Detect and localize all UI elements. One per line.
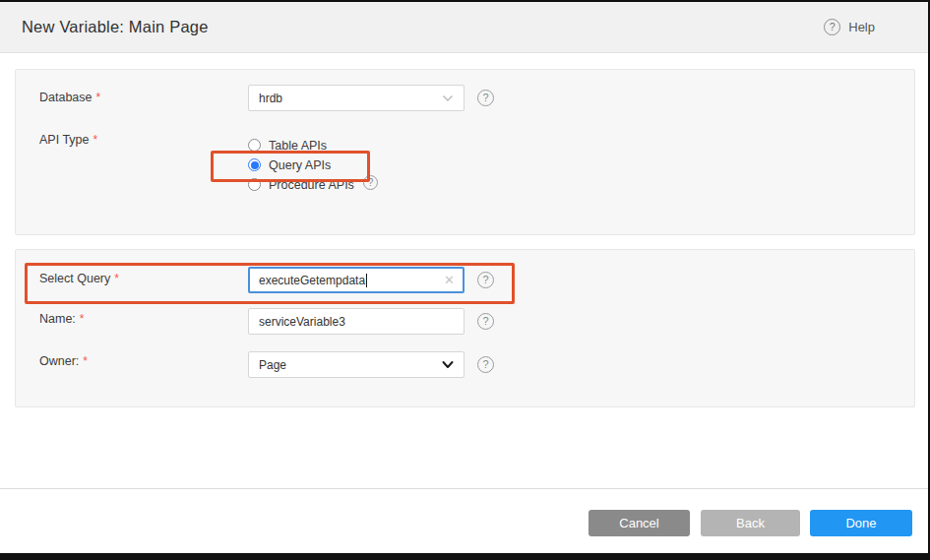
select-query-value: executeGetempdata — [259, 274, 365, 287]
footer-divider — [0, 488, 928, 489]
window-frame: New Variable: Main Page ? Help Database*… — [0, 0, 930, 560]
radio-table-apis-label: Table APIs — [269, 139, 327, 153]
dialog-titlebar: New Variable: Main Page ? Help — [0, 2, 928, 53]
required-asterisk: * — [83, 354, 88, 368]
help-label: Help — [848, 20, 875, 34]
radio-table-apis[interactable]: Table APIs — [248, 138, 327, 153]
required-asterisk: * — [80, 312, 85, 326]
owner-label: Owner:* — [39, 354, 88, 368]
owner-help-icon[interactable]: ? — [477, 356, 494, 373]
select-query-label: Select Query* — [39, 272, 119, 285]
database-panel: Database* hrdb ? API Type* Table APIs Qu… — [15, 69, 915, 235]
name-value: serviceVariable3 — [259, 315, 345, 329]
select-query-input[interactable]: executeGetempdata ✕ — [248, 267, 465, 293]
chevron-down-bold-icon — [442, 360, 454, 369]
radio-procedure-apis[interactable]: Procedure APIs — [248, 177, 354, 192]
owner-select-value: Page — [259, 358, 286, 372]
name-input[interactable]: serviceVariable3 — [248, 308, 465, 335]
radio-selected-icon — [248, 158, 261, 171]
text-caret — [366, 274, 367, 287]
database-label: Database* — [39, 91, 100, 104]
back-button[interactable]: Back — [701, 510, 800, 536]
name-label: Name:* — [39, 312, 85, 326]
required-asterisk: * — [96, 91, 101, 104]
required-asterisk: * — [93, 133, 98, 147]
clear-icon[interactable]: ✕ — [444, 274, 455, 286]
radio-unselected-icon — [248, 178, 261, 191]
radio-unselected-icon — [248, 139, 261, 152]
api-type-label: API Type* — [39, 133, 97, 147]
radio-query-apis-label: Query APIs — [269, 158, 331, 172]
help-button[interactable]: ? Help — [824, 19, 875, 35]
owner-select[interactable]: Page — [248, 351, 465, 378]
cancel-button[interactable]: Cancel — [589, 510, 690, 536]
api-type-help-icon[interactable]: ? — [363, 175, 378, 190]
chevron-down-icon — [442, 94, 454, 102]
new-variable-dialog: New Variable: Main Page ? Help Database*… — [0, 2, 928, 553]
database-select-value: hrdb — [259, 92, 282, 105]
page-title: New Variable: Main Page — [22, 18, 209, 36]
database-select[interactable]: hrdb — [248, 85, 465, 111]
done-button[interactable]: Done — [810, 510, 912, 536]
required-asterisk: * — [114, 272, 119, 285]
query-details-panel: Select Query* executeGetempdata ✕ ? Name… — [15, 249, 915, 407]
help-icon: ? — [824, 19, 840, 35]
radio-query-apis[interactable]: Query APIs — [248, 157, 331, 172]
select-query-help-icon[interactable]: ? — [477, 272, 494, 288]
radio-procedure-apis-label: Procedure APIs — [269, 178, 354, 192]
database-help-icon[interactable]: ? — [477, 90, 494, 106]
name-help-icon[interactable]: ? — [477, 313, 494, 330]
